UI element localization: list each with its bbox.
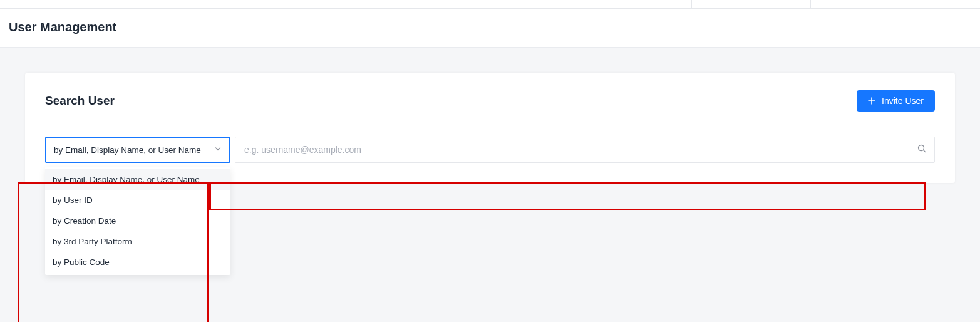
search-type-option[interactable]: by User ID: [45, 190, 230, 210]
plus-icon: [868, 96, 875, 106]
top-nav-bar: [0, 0, 980, 9]
search-type-option[interactable]: by Public Code: [45, 252, 230, 273]
search-type-menu: by Email, Display Name, or User Nameby U…: [45, 167, 230, 275]
top-bar-divider: [691, 0, 692, 8]
page-header: User Management: [0, 9, 980, 48]
search-input[interactable]: [235, 137, 935, 163]
page-title: User Management: [9, 20, 971, 34]
search-row: by Email, Display Name, or User Name by …: [45, 137, 935, 163]
search-type-selected-label: by Email, Display Name, or User Name: [54, 145, 201, 155]
search-type-select[interactable]: by Email, Display Name, or User Name: [45, 137, 230, 163]
chevron-down-icon: [214, 145, 222, 155]
invite-user-button[interactable]: Invite User: [857, 90, 935, 112]
search-type-dropdown[interactable]: by Email, Display Name, or User Name by …: [45, 137, 230, 163]
search-type-option[interactable]: by 3rd Party Platform: [45, 231, 230, 252]
search-user-card: Search User Invite User by Email, Displa…: [25, 73, 955, 183]
search-type-option[interactable]: by Email, Display Name, or User Name: [45, 169, 230, 190]
invite-user-label: Invite User: [882, 96, 924, 106]
card-header-row: Search User Invite User: [45, 90, 935, 112]
search-type-option[interactable]: by Creation Date: [45, 210, 230, 231]
main-content: Search User Invite User by Email, Displa…: [0, 48, 980, 208]
search-input-wrap: [235, 137, 935, 163]
card-title: Search User: [45, 94, 115, 108]
